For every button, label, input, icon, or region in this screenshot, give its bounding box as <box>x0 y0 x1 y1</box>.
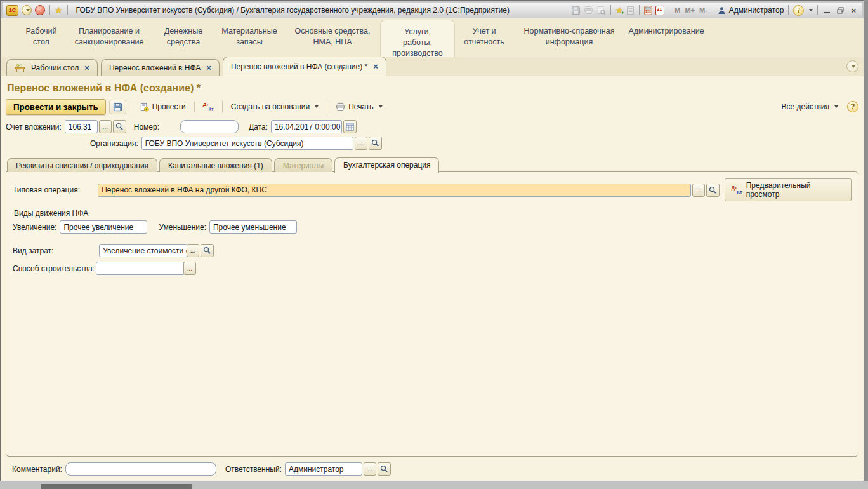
subsystem-planning[interactable]: Планирование и санкционирование <box>65 18 153 57</box>
number-input[interactable] <box>180 120 239 133</box>
subsystem-cash[interactable]: Денежные средства <box>153 18 214 57</box>
subsystem-desktop[interactable]: Рабочий стол <box>17 18 65 57</box>
user-icon <box>718 6 726 15</box>
memory-m-plus-button[interactable]: M+ <box>684 6 695 14</box>
magnifier-icon <box>115 123 124 131</box>
magnifier-icon <box>380 465 388 473</box>
increase-input[interactable]: Прочее увеличение <box>60 220 147 234</box>
decrease-input[interactable]: Прочее уменьшение <box>209 220 297 234</box>
account-open-button[interactable] <box>113 120 126 133</box>
calendar-icon[interactable]: 31 <box>655 6 664 15</box>
minimize-icon <box>824 8 830 13</box>
save-button[interactable] <box>109 100 126 114</box>
tab-capital-investments[interactable]: Капитальные вложения (1) <box>159 158 272 172</box>
calculator-icon[interactable] <box>644 6 652 15</box>
subsystem-administration[interactable]: Администрирование <box>625 18 707 57</box>
debit-credit-icon: ДтКт <box>203 102 214 112</box>
responsible-select-button[interactable]: ... <box>364 462 376 476</box>
magnifier-icon <box>203 246 211 255</box>
divider <box>49 5 50 15</box>
typical-operation-label: Типовая операция: <box>13 185 95 194</box>
subsystem-reference-info[interactable]: Нормативно-справочная информация <box>513 18 625 57</box>
preview-button[interactable]: ДтКт Предварительный просмотр <box>725 178 852 201</box>
page-title: Перенос вложений в НФА (создание) * <box>6 76 858 98</box>
comment-input[interactable] <box>65 462 216 476</box>
help-button[interactable]: ? <box>847 101 858 112</box>
favorites-star-icon[interactable]: ★ <box>55 6 63 15</box>
restore-icon <box>837 7 844 14</box>
save-icon <box>571 6 581 15</box>
dt-kt-button[interactable]: ДтКт <box>199 100 218 114</box>
account-select-button[interactable]: ... <box>99 120 112 133</box>
divider <box>713 5 713 15</box>
construction-method-select-button[interactable]: ... <box>183 262 196 275</box>
close-icon[interactable]: × <box>373 62 378 70</box>
current-user[interactable]: Администратор <box>729 6 784 15</box>
construction-method-input[interactable] <box>96 262 185 275</box>
date-input[interactable]: 16.04.2017 0:00:00 <box>271 120 342 133</box>
close-icon[interactable]: × <box>206 64 211 72</box>
add-favorite-icon[interactable]: ★ <box>615 6 624 15</box>
subsystem-fixed-assets[interactable]: Основные средства, НМА, НПА <box>285 18 380 57</box>
print-button[interactable]: Печать <box>332 100 386 113</box>
tab-transfer-new[interactable]: Перенос вложений в НФА (создание) * × <box>223 57 386 76</box>
account-label: Счет вложений: <box>6 123 62 131</box>
number-label: Номер: <box>134 123 159 131</box>
organization-open-button[interactable] <box>369 137 382 150</box>
service-button[interactable] <box>35 5 45 15</box>
print-preview-icon <box>596 6 606 15</box>
link-icon <box>626 6 635 15</box>
create-based-on-button[interactable]: Создать на основании <box>227 100 323 113</box>
tab-transfer-list[interactable]: Перенос вложений в НФА × <box>101 59 220 76</box>
dropdown-arrow-icon <box>379 105 383 108</box>
cost-kind-select-button[interactable]: ... <box>187 244 199 257</box>
divider <box>788 5 789 15</box>
minimize-button[interactable] <box>822 6 832 15</box>
divider <box>610 5 611 15</box>
account-input[interactable]: 106.31 <box>65 120 98 133</box>
divider <box>222 101 223 112</box>
post-button[interactable]: Провести <box>136 100 190 114</box>
tab-list-dropdown-button[interactable] <box>846 60 858 72</box>
cost-kind-open-button[interactable] <box>201 244 214 257</box>
all-actions-button[interactable]: Все действия <box>778 100 842 113</box>
movement-kinds-row: Увеличение: Прочее увеличение Уменьшение… <box>13 220 852 234</box>
subsystem-services-active[interactable]: Услуги, работы, производство <box>380 20 455 57</box>
close-icon[interactable]: × <box>84 64 89 72</box>
responsible-open-button[interactable] <box>378 462 391 476</box>
close-button[interactable]: × <box>849 6 858 15</box>
organization-label: Организация: <box>90 139 138 148</box>
organization-select-button[interactable]: ... <box>355 137 367 150</box>
responsible-label: Ответственный: <box>225 465 282 474</box>
restore-button[interactable] <box>835 7 846 14</box>
divider <box>194 101 195 112</box>
memory-m-minus-button[interactable]: M- <box>699 6 708 14</box>
memory-m-button[interactable]: M <box>674 6 681 14</box>
post-and-close-button[interactable]: Провести и закрыть <box>6 99 106 115</box>
dropdown-arrow-icon <box>834 105 838 108</box>
header-row-1: Счет вложений: 106.31 ... Номер: Дата: 1… <box>6 120 858 133</box>
typical-operation-input[interactable]: Перенос вложений в НФА на другой КФО, КП… <box>98 184 691 197</box>
main-menu-button[interactable] <box>22 5 32 15</box>
typical-operation-open-button[interactable] <box>706 184 720 197</box>
info-icon[interactable]: i <box>793 5 804 16</box>
cost-kind-input[interactable]: Увеличение стоимости ос <box>99 244 188 257</box>
print-icon <box>336 102 345 111</box>
subsystem-accounting[interactable]: Учет и отчетность <box>455 18 513 57</box>
responsible-input[interactable]: Администратор <box>285 462 362 476</box>
construction-method-label: Способ строительства: <box>13 264 96 273</box>
subsystem-inventory[interactable]: Материальные запасы <box>214 18 285 57</box>
comment-label: Комментарий: <box>12 465 62 474</box>
post-icon <box>140 102 149 112</box>
tab-desktop[interactable]: Рабочий стол × <box>6 59 98 76</box>
chevron-down-icon[interactable] <box>809 9 813 11</box>
organization-input[interactable]: ГОБУ ВПО Университет искусств (Субсидия) <box>141 137 353 150</box>
tab-writeoff-details[interactable]: Реквизиты списания / оприходования <box>7 158 157 172</box>
tab-accounting-operation[interactable]: Бухгалтерская операция <box>334 157 439 173</box>
date-calendar-button[interactable] <box>343 120 357 133</box>
document-tab-bar: Рабочий стол × Перенос вложений в НФА × … <box>1 57 864 76</box>
calendar-grid-icon <box>346 123 354 131</box>
typical-operation-select-button[interactable]: ... <box>692 184 705 197</box>
1c-logo-icon[interactable]: 1С <box>6 5 18 16</box>
chevron-down-icon <box>852 65 855 68</box>
